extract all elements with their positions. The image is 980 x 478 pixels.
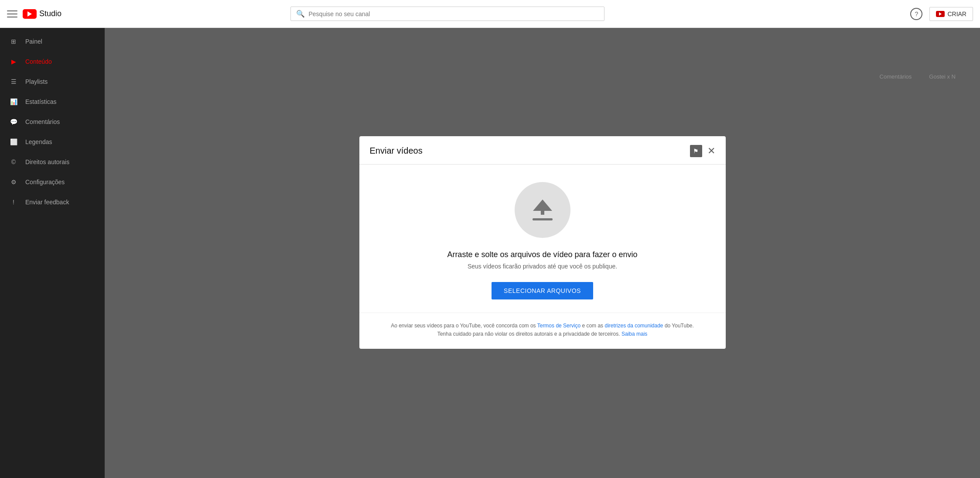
privacy-text: Seus vídeos ficarão privados até que voc… bbox=[468, 262, 617, 269]
sidebar-item-playlists[interactable]: ☰ Playlists bbox=[0, 72, 105, 92]
copyright-icon: © bbox=[9, 157, 18, 167]
header-right: ? CRIAR bbox=[910, 7, 973, 21]
sidebar: ⊞ Painel ▶ Conteúdo ☰ Playlists 📊 Estatí… bbox=[0, 28, 105, 478]
grid-icon: ⊞ bbox=[9, 37, 18, 46]
youtube-icon bbox=[23, 9, 37, 19]
community-link[interactable]: diretrizes da comunidade bbox=[604, 322, 663, 328]
sidebar-item-configuracoes[interactable]: ⚙ Configurações bbox=[0, 172, 105, 192]
close-button[interactable]: ✕ bbox=[707, 146, 715, 155]
sidebar-item-estatisticas[interactable]: 📊 Estatísticas bbox=[0, 92, 105, 112]
modal-footer: Ao enviar seus vídeos para o YouTube, vo… bbox=[359, 312, 726, 348]
studio-text: Studio bbox=[39, 9, 61, 18]
header-left: Studio bbox=[7, 9, 138, 19]
flag-icon[interactable] bbox=[690, 144, 702, 157]
saiba-mais-link[interactable]: Saiba mais bbox=[621, 331, 647, 337]
bar-chart-icon: 📊 bbox=[9, 97, 18, 107]
main-layout: ⊞ Painel ▶ Conteúdo ☰ Playlists 📊 Estatí… bbox=[0, 28, 980, 478]
footer-text-line2: Tenha cuidado para não violar os direito… bbox=[370, 330, 715, 338]
help-button[interactable]: ? bbox=[910, 8, 922, 20]
criar-button[interactable]: CRIAR bbox=[929, 7, 973, 21]
upload-icon-circle bbox=[515, 182, 570, 237]
modal-title: Enviar vídeos bbox=[370, 146, 423, 156]
tos-link[interactable]: Termos de Serviço bbox=[537, 322, 580, 328]
footer-text-line1: Ao enviar seus vídeos para o YouTube, vo… bbox=[370, 321, 715, 330]
logo-area: Studio bbox=[23, 9, 61, 19]
search-bar: 🔍 bbox=[290, 7, 604, 21]
search-input[interactable] bbox=[308, 10, 599, 17]
search-icon: 🔍 bbox=[296, 10, 305, 18]
sidebar-label-feedback: Enviar feedback bbox=[25, 199, 69, 206]
header-search: 🔍 bbox=[290, 7, 604, 21]
caption-icon: ⬜ bbox=[9, 137, 18, 147]
sidebar-item-comentarios[interactable]: 💬 Comentários bbox=[0, 112, 105, 132]
upload-modal: Enviar vídeos ✕ Arraste e solte os arqui… bbox=[359, 136, 726, 348]
sidebar-item-legendas[interactable]: ⬜ Legendas bbox=[0, 132, 105, 152]
hamburger-menu-button[interactable] bbox=[7, 9, 17, 19]
sidebar-item-direitos-autorais[interactable]: © Direitos autorais bbox=[0, 152, 105, 172]
sidebar-label-painel: Painel bbox=[25, 38, 42, 45]
sidebar-label-configuracoes: Configurações bbox=[25, 179, 65, 186]
modal-header-actions: ✕ bbox=[690, 144, 715, 157]
modal-header: Enviar vídeos ✕ bbox=[359, 136, 726, 164]
comment-icon: 💬 bbox=[9, 117, 18, 127]
sidebar-label-playlists: Playlists bbox=[25, 78, 48, 85]
sidebar-label-comentarios: Comentários bbox=[25, 118, 60, 125]
sidebar-label-direitos: Direitos autorais bbox=[25, 158, 69, 165]
sidebar-label-legendas: Legendas bbox=[25, 138, 52, 145]
play-icon: ▶ bbox=[9, 57, 18, 66]
gear-icon: ⚙ bbox=[9, 177, 18, 187]
app-header: Studio 🔍 ? CRIAR bbox=[0, 0, 980, 28]
list-icon: ☰ bbox=[9, 77, 18, 86]
sidebar-label-estatisticas: Estatísticas bbox=[25, 98, 57, 105]
sidebar-item-feedback[interactable]: ! Enviar feedback bbox=[0, 192, 105, 212]
sidebar-item-conteudo[interactable]: ▶ Conteúdo bbox=[0, 52, 105, 72]
video-camera-icon bbox=[936, 11, 945, 17]
feedback-icon: ! bbox=[9, 197, 18, 207]
content-area: Comentários Gostei x N Enviar vídeos ✕ bbox=[105, 28, 980, 478]
modal-body: Arraste e solte os arquivos de vídeo par… bbox=[359, 164, 726, 312]
sidebar-label-conteudo: Conteúdo bbox=[25, 58, 52, 65]
sidebar-item-painel[interactable]: ⊞ Painel bbox=[0, 31, 105, 52]
select-files-button[interactable]: SELECIONAR ARQUIVOS bbox=[492, 282, 593, 299]
drag-drop-text: Arraste e solte os arquivos de vídeo par… bbox=[447, 250, 637, 259]
